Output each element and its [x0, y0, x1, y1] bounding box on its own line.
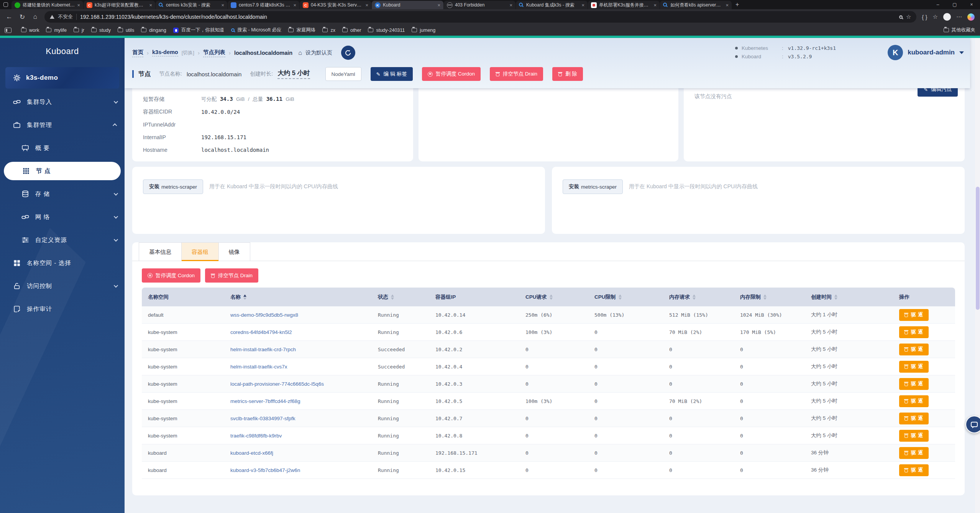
evict-button[interactable]: 驱 逐: [899, 344, 929, 355]
sort-icon[interactable]: [243, 294, 246, 300]
edit-labels-button[interactable]: ✎ 编 辑 标签: [371, 67, 413, 81]
bookmark-item[interactable]: dingang: [138, 27, 170, 33]
bookmark-item[interactable]: jr: [70, 27, 88, 33]
install-metrics-scraper-button[interactable]: 安装 metrics-scraper: [563, 179, 623, 194]
favorites-bar-icon[interactable]: ☆: [933, 13, 938, 20]
vertical-scrollbar[interactable]: [975, 38, 980, 513]
maximize-button[interactable]: ▢: [946, 0, 963, 9]
drain-button[interactable]: 排空节点 Drain: [205, 268, 258, 283]
evict-button[interactable]: 驱 逐: [899, 395, 929, 407]
evict-button[interactable]: 驱 逐: [899, 430, 929, 442]
copilot-icon[interactable]: [967, 13, 975, 21]
evict-button[interactable]: 驱 逐: [899, 326, 929, 338]
bookmark-item[interactable]: study: [88, 27, 114, 33]
sidebar-item[interactable]: 名称空间 - 选择: [0, 252, 125, 275]
cell-pod-name-link[interactable]: local-path-provisioner-774c6665dc-l5q6s: [224, 381, 372, 387]
refresh-button[interactable]: [341, 46, 355, 60]
tab-close-icon[interactable]: ×: [726, 2, 729, 8]
browser-tab[interactable]: 搭建轻量级的 Kubernetes "K3S" ×: [11, 1, 83, 9]
cluster-selector[interactable]: k3s-demo: [5, 67, 119, 89]
sidebar-item[interactable]: 存 储: [0, 183, 125, 206]
user-menu[interactable]: K kuboard-admin: [888, 45, 964, 60]
evict-button[interactable]: 驱 逐: [899, 447, 929, 459]
node-yaml-button[interactable]: NodeYaml: [325, 67, 361, 81]
bookmark-item[interactable]: zx: [319, 27, 339, 33]
url-field[interactable]: 不安全 192.168.1.239:11023/kubernetes/k3s-d…: [44, 11, 916, 23]
column-header[interactable]: 内存请求: [663, 294, 734, 301]
tab-pods[interactable]: 容器组: [181, 242, 218, 261]
new-tab-button[interactable]: +: [735, 1, 739, 8]
set-default-page-button[interactable]: 设为默认页: [305, 49, 332, 56]
cell-pod-name-link[interactable]: coredns-64fd4b4794-kn5l2: [224, 329, 372, 335]
sidebar-item[interactable]: 操作审计: [0, 298, 125, 321]
favorite-star-icon[interactable]: ☆: [906, 13, 911, 20]
sort-icon[interactable]: [550, 294, 553, 300]
tab-close-icon[interactable]: ×: [77, 2, 80, 8]
tab-close-icon[interactable]: ×: [293, 2, 296, 8]
sidebar-item[interactable]: 概 要: [0, 136, 125, 159]
breadcrumb-switch-hint[interactable]: [切换]: [182, 49, 194, 56]
bookmark-item[interactable]: utils: [114, 27, 138, 33]
column-header[interactable]: 状态: [372, 294, 429, 301]
browser-tab[interactable]: 如何查看k8s apiserver的地址 - 搜 ×: [660, 1, 732, 9]
refresh-icon[interactable]: ↻: [18, 13, 26, 21]
evict-button[interactable]: 驱 逐: [899, 413, 929, 424]
edit-taints-button[interactable]: ✎ 编辑污点: [918, 88, 958, 97]
sort-icon[interactable]: [693, 294, 696, 300]
sidebar-item[interactable]: 节 点: [4, 162, 121, 180]
cell-pod-name-link[interactable]: kuboard-etcd-x66fj: [224, 450, 372, 456]
cordon-button[interactable]: 暂停调度 Cordon: [142, 268, 200, 283]
bookmark-item[interactable]: jumeng: [408, 27, 439, 33]
bookmark-item[interactable]: other: [339, 27, 365, 33]
breadcrumb-cluster[interactable]: k3s-demo: [152, 49, 178, 56]
browser-tab[interactable]: Kuboard 集成k3s - 搜索 ×: [516, 1, 588, 9]
browser-tab[interactable]: centos7.9 搭建k8sK3s -轻量级Ku ×: [228, 1, 299, 9]
sidebar-toggle-icon[interactable]: [5, 28, 11, 33]
cell-pod-name-link[interactable]: traefik-c98fdf6fb-k9rbv: [224, 433, 372, 439]
tab-basic-info[interactable]: 基本信息: [139, 242, 181, 261]
evict-button[interactable]: 驱 逐: [899, 378, 929, 390]
browser-tab[interactable]: k3s超详细安装配置教程_k3s 安装 ×: [84, 1, 155, 9]
scrollbar-thumb[interactable]: [976, 187, 980, 310]
tab-close-icon[interactable]: ×: [437, 2, 440, 8]
extensions-icon[interactable]: { }: [922, 14, 927, 20]
browser-profile-avatar[interactable]: [943, 13, 951, 21]
sort-icon[interactable]: [391, 294, 394, 300]
zoom-icon[interactable]: [899, 15, 903, 19]
sidebar-item[interactable]: 自定义资源: [0, 229, 125, 252]
cell-pod-name-link[interactable]: helm-install-traefik-crd-7rpch: [224, 347, 372, 352]
more-menu-icon[interactable]: ⋯: [956, 13, 962, 20]
evict-button[interactable]: 驱 逐: [899, 464, 929, 476]
support-chat-button[interactable]: [965, 416, 980, 433]
tab-close-icon[interactable]: ×: [221, 2, 224, 8]
sort-icon[interactable]: [619, 294, 622, 300]
bookmark-item[interactable]: mylife: [43, 27, 70, 33]
browser-tab[interactable]: 403 Forbidden ×: [444, 1, 515, 9]
browser-tab[interactable]: 04-K3S 安装-K3s Server和Agent ×: [300, 1, 371, 9]
tab-close-icon[interactable]: ×: [581, 2, 584, 8]
cordon-button[interactable]: 暂停调度 Cordon: [422, 67, 481, 81]
browser-tab[interactable]: Kuboard ×: [372, 1, 443, 9]
tab-actions-button[interactable]: [0, 2, 11, 7]
column-header[interactable]: 操作: [893, 294, 955, 301]
sidebar-item[interactable]: 网 络: [0, 206, 125, 229]
tab-close-icon[interactable]: ×: [509, 2, 512, 8]
install-metrics-scraper-button[interactable]: 安装 metrics-scraper: [143, 179, 203, 194]
cell-pod-name-link[interactable]: kuboard-v3-5fb7cb6b47-j2w6n: [224, 467, 372, 473]
evict-button[interactable]: 驱 逐: [899, 309, 929, 321]
column-header[interactable]: 创建时间: [805, 294, 893, 301]
tab-close-icon[interactable]: ×: [653, 2, 657, 8]
home-icon[interactable]: ⌂: [31, 13, 39, 21]
cell-pod-name-link[interactable]: svclb-traefik-03834997-sfpfk: [224, 416, 372, 421]
drain-button[interactable]: 排空节点 Drain: [490, 67, 543, 81]
bookmark-item[interactable]: 搜索 - Microsoft 必应: [228, 27, 285, 33]
column-header[interactable]: CPU限制: [588, 294, 663, 301]
tab-images[interactable]: 镜像: [218, 242, 250, 261]
breadcrumb-home[interactable]: 首页: [132, 49, 143, 57]
bookmark-item[interactable]: 百度一下，你就知道: [170, 27, 228, 33]
minimize-button[interactable]: –: [929, 0, 946, 9]
breadcrumb-node-list[interactable]: 节点列表: [203, 49, 225, 57]
cell-pod-name-link[interactable]: metrics-server-7bfffcd44-zf68g: [224, 398, 372, 404]
sidebar-item[interactable]: 访问控制: [0, 275, 125, 298]
cell-pod-name-link[interactable]: wss-demo-5f9c9d5db5-rwgx8: [224, 312, 372, 318]
